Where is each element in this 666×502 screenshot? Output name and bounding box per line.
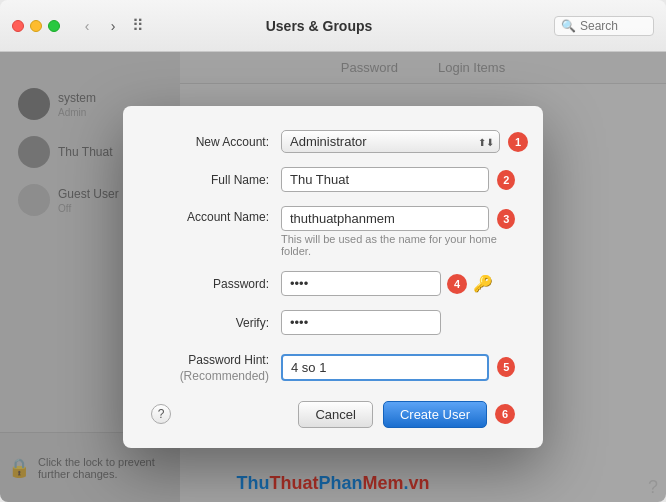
password-hint-control: 5 xyxy=(281,354,515,381)
password-hint-input[interactable] xyxy=(281,354,489,381)
traffic-lights xyxy=(12,20,60,32)
verify-input[interactable] xyxy=(281,310,441,335)
password-input[interactable] xyxy=(281,271,441,296)
full-name-input[interactable] xyxy=(281,167,489,192)
badge-1: 1 xyxy=(508,132,528,152)
password-hint-icon[interactable]: 🔑 xyxy=(473,274,493,293)
full-name-label: Full Name: xyxy=(151,169,281,191)
full-name-row: Full Name: 2 xyxy=(151,167,515,192)
account-name-input[interactable] xyxy=(281,206,489,231)
account-name-label: Account Name: xyxy=(151,206,281,228)
search-box[interactable]: 🔍 xyxy=(554,16,654,36)
cancel-button[interactable]: Cancel xyxy=(298,401,372,428)
account-name-row: Account Name: 3 This will be used as the… xyxy=(151,206,515,257)
maximize-button[interactable] xyxy=(48,20,60,32)
password-hint-row: Password Hint:(Recommended) 5 xyxy=(151,349,515,384)
verify-label: Verify: xyxy=(151,312,281,334)
help-button[interactable]: ? xyxy=(151,404,171,424)
search-input[interactable] xyxy=(580,19,650,33)
search-icon: 🔍 xyxy=(561,19,576,33)
new-account-control: Administrator Standard Managed with Pare… xyxy=(281,130,528,153)
modal-footer: ? Cancel Create User 6 xyxy=(151,401,515,428)
modal-overlay: New Account: Administrator Standard Mana… xyxy=(0,52,666,502)
new-account-row: New Account: Administrator Standard Mana… xyxy=(151,130,515,153)
badge-2: 2 xyxy=(497,170,515,190)
password-label: Password: xyxy=(151,273,281,295)
badge-5: 5 xyxy=(497,357,515,377)
close-button[interactable] xyxy=(12,20,24,32)
badge-6: 6 xyxy=(495,404,515,424)
verify-row: Verify: xyxy=(151,310,515,335)
full-name-control: 2 xyxy=(281,167,515,192)
create-user-modal: New Account: Administrator Standard Mana… xyxy=(123,106,543,447)
titlebar: ‹ › ⠿ Users & Groups 🔍 xyxy=(0,0,666,52)
password-hint-label: Password Hint:(Recommended) xyxy=(151,349,281,384)
window-title: Users & Groups xyxy=(84,18,554,34)
new-account-select-container: Administrator Standard Managed with Pare… xyxy=(281,130,500,153)
badge-3: 3 xyxy=(497,209,515,229)
account-name-hint: This will be used as the name for your h… xyxy=(281,233,515,257)
account-name-control: 3 This will be used as the name for your… xyxy=(281,206,515,257)
verify-control xyxy=(281,310,515,335)
main-window: ‹ › ⠿ Users & Groups 🔍 system Admin xyxy=(0,0,666,502)
badge-4: 4 xyxy=(447,274,467,294)
minimize-button[interactable] xyxy=(30,20,42,32)
password-row: Password: 4 🔑 xyxy=(151,271,515,296)
new-account-select[interactable]: Administrator Standard Managed with Pare… xyxy=(281,130,500,153)
new-account-label: New Account: xyxy=(151,131,281,153)
password-control: 4 🔑 xyxy=(281,271,515,296)
create-user-button[interactable]: Create User xyxy=(383,401,487,428)
